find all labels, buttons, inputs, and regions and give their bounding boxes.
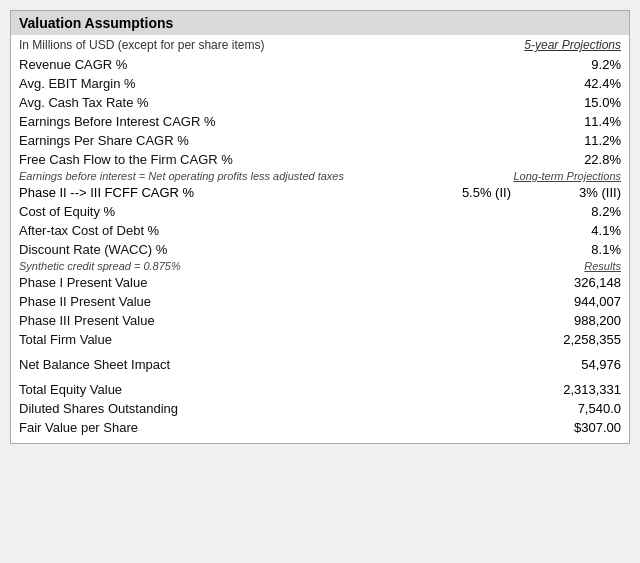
table-row: Total Equity Value 2,313,331 <box>11 380 629 399</box>
title-text: Valuation Assumptions <box>19 15 173 31</box>
table-row: Diluted Shares Outstanding 7,540.0 <box>11 399 629 418</box>
phase-row: Phase II --> III FCFF CAGR % 5.5% (II) 3… <box>11 183 629 202</box>
table-row: Phase I Present Value 326,148 <box>11 273 629 292</box>
five-year-header: 5-year Projections <box>524 38 621 52</box>
earnings-note: Earnings before interest = Net operating… <box>11 169 629 183</box>
table-row: Net Balance Sheet Impact 54,976 <box>11 355 629 374</box>
table-subtitle: In Millions of USD (except for per share… <box>11 35 629 55</box>
table-row: Fair Value per Share $307.00 <box>11 418 629 437</box>
table-row: Avg. EBIT Margin % 42.4% <box>11 74 629 93</box>
table-row: Avg. Cash Tax Rate % 15.0% <box>11 93 629 112</box>
table-row: Discount Rate (WACC) % 8.1% <box>11 240 629 259</box>
bottom-spacer <box>11 437 629 443</box>
table-row: Earnings Per Share CAGR % 11.2% <box>11 131 629 150</box>
table-row: Free Cash Flow to the Firm CAGR % 22.8% <box>11 150 629 169</box>
table-row: Earnings Before Interest CAGR % 11.4% <box>11 112 629 131</box>
valuation-table: Valuation Assumptions In Millions of USD… <box>10 10 630 444</box>
results-header: Results <box>584 260 621 272</box>
table-title: Valuation Assumptions <box>11 11 629 35</box>
synthetic-note: Synthetic credit spread = 0.875% Results <box>11 259 629 273</box>
table-row: Cost of Equity % 8.2% <box>11 202 629 221</box>
table-row: Phase II Present Value 944,007 <box>11 292 629 311</box>
table-row: After-tax Cost of Debt % 4.1% <box>11 221 629 240</box>
long-term-header: Long-term Projections <box>513 170 621 182</box>
table-row: Revenue CAGR % 9.2% <box>11 55 629 74</box>
table-row: Phase III Present Value 988,200 <box>11 311 629 330</box>
table-row: Total Firm Value 2,258,355 <box>11 330 629 349</box>
